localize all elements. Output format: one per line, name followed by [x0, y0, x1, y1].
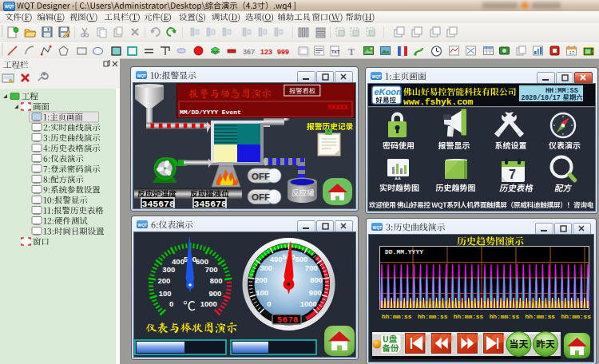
- svg-text:367: 367: [243, 48, 255, 56]
- svg-text:WQT: WQT: [137, 73, 147, 78]
- svg-text:www.fshyk.com: www.fshyk.com: [403, 97, 474, 107]
- svg-text:345678: 345678: [194, 199, 228, 208]
- svg-text:800: 800: [210, 276, 223, 285]
- svg-text:900: 900: [208, 289, 221, 298]
- svg-text:2020/10/17: 2020/10/17: [522, 94, 561, 101]
- svg-text:hh:mm:ss: hh:mm:ss: [561, 314, 592, 320]
- svg-text:WQT: WQT: [373, 225, 383, 230]
- svg-text:7: 7: [509, 168, 516, 181]
- svg-text:700: 700: [305, 263, 318, 272]
- svg-text:800: 800: [310, 275, 323, 284]
- svg-text:0: 0: [267, 299, 271, 308]
- svg-text:900: 900: [309, 288, 322, 297]
- svg-text:WQT: WQT: [372, 74, 382, 79]
- svg-text:T: T: [348, 46, 355, 57]
- svg-text:hh:mm:ss: hh:mm:ss: [454, 314, 484, 320]
- svg-text:300: 300: [260, 263, 272, 272]
- svg-text:999: 999: [277, 48, 289, 56]
- svg-text:345678: 345678: [142, 199, 176, 208]
- svg-text:WQT: WQT: [5, 4, 14, 9]
- svg-text:OFF: OFF: [252, 172, 270, 181]
- svg-text:XXXXX: XXXXX: [327, 104, 348, 112]
- svg-text:200: 200: [255, 275, 268, 284]
- svg-text:5678: 5678: [277, 315, 299, 325]
- svg-text:hh:mm:ss: hh:mm:ss: [418, 314, 448, 320]
- svg-text:1000: 1000: [300, 299, 317, 308]
- svg-text:600: 600: [295, 255, 307, 263]
- svg-text:MM/DD/YYYY Event: MM/DD/YYYY Event: [180, 109, 241, 116]
- svg-text:hh:mm:ss: hh:mm:ss: [382, 314, 412, 320]
- svg-text:DD.MM.YYYY: DD.MM.YYYY: [385, 248, 423, 255]
- svg-text:OFF: OFF: [252, 192, 270, 202]
- svg-text:hh:mm:ss: hh:mm:ss: [526, 314, 556, 320]
- svg-text:eKoon: eKoon: [375, 87, 403, 97]
- svg-text:100: 100: [159, 289, 172, 298]
- svg-text:100: 100: [256, 288, 268, 297]
- svg-text:200: 200: [157, 276, 170, 285]
- svg-text:0: 0: [169, 299, 173, 308]
- svg-text:hh:mm:ss: hh:mm:ss: [490, 314, 520, 320]
- svg-text:1000: 1000: [200, 299, 217, 308]
- svg-text:400: 400: [270, 255, 283, 263]
- svg-text:123: 123: [260, 48, 272, 56]
- svg-text:WQT: WQT: [138, 223, 148, 228]
- svg-text:300: 300: [162, 265, 175, 274]
- svg-text:17: 17: [569, 50, 575, 55]
- svg-text:400: 400: [172, 257, 184, 266]
- svg-text:HH:MM:SS: HH:MM:SS: [545, 87, 578, 95]
- svg-text:TXT: TXT: [331, 49, 340, 54]
- svg-text:700: 700: [205, 265, 218, 274]
